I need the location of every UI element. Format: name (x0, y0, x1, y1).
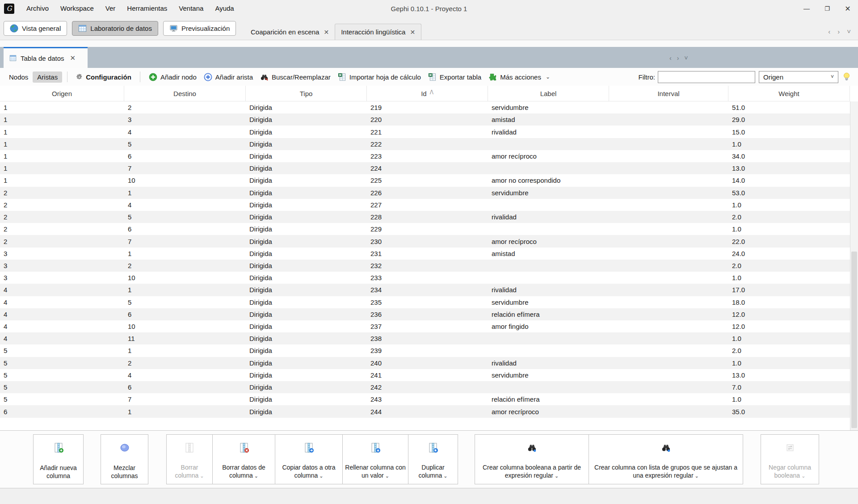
cell-destino[interactable]: 1 (124, 248, 246, 260)
cell-label[interactable] (488, 381, 609, 393)
close-icon[interactable]: ✕ (837, 0, 858, 17)
close-icon[interactable]: ✕ (70, 54, 76, 62)
cell-origen[interactable]: 4 (0, 308, 124, 320)
cell-tipo[interactable]: Dirigida (246, 369, 367, 381)
cell-id[interactable]: 224 (367, 162, 488, 174)
cell-interval[interactable] (609, 296, 728, 308)
chevron-left-icon[interactable]: ‹ (828, 28, 830, 35)
cell-label[interactable]: servidumbre (488, 187, 609, 199)
tab-aristas[interactable]: Aristas (33, 71, 62, 83)
column-header-tipo[interactable]: Tipo (246, 86, 367, 101)
cell-origen[interactable]: 1 (0, 126, 124, 138)
cell-destino[interactable]: 4 (124, 126, 246, 138)
cell-weight[interactable]: 2.0 (728, 260, 850, 272)
cell-destino[interactable]: 6 (124, 381, 246, 393)
chevron-down-icon[interactable]: ˅ (847, 28, 851, 35)
cell-label[interactable] (488, 272, 609, 284)
cell-id[interactable]: 233 (367, 272, 488, 284)
cell-origen[interactable]: 2 (0, 199, 124, 211)
cell-label[interactable]: servidumbre (488, 101, 609, 113)
cell-destino[interactable]: 10 (124, 174, 246, 186)
configuracion-button[interactable]: Configuración (76, 73, 131, 81)
crear-columna-booleana-a-partir-de-expresion-regular-button[interactable]: Crear columna booleana a partir de expre… (475, 434, 589, 484)
cell-interval[interactable] (609, 344, 728, 357)
lightbulb-icon[interactable] (842, 72, 851, 82)
table-row[interactable]: 26Dirigida2291.0 (0, 223, 850, 235)
column-header-label[interactable]: Label (488, 86, 609, 101)
cell-interval[interactable] (609, 187, 728, 199)
table-row[interactable]: 57Dirigida243relación efímera1.0 (0, 393, 850, 405)
cell-interval[interactable] (609, 223, 728, 235)
cell-destino[interactable]: 11 (124, 332, 246, 344)
cell-tipo[interactable]: Dirigida (246, 332, 367, 344)
cell-label[interactable] (488, 138, 609, 150)
cell-interval[interactable] (609, 308, 728, 320)
cell-destino[interactable]: 6 (124, 308, 246, 320)
menu-herramientas[interactable]: Herramientas (121, 0, 173, 17)
cell-interval[interactable] (609, 393, 728, 405)
cell-label[interactable]: amor recríproco (488, 405, 609, 417)
cell-label[interactable] (488, 332, 609, 344)
cell-weight[interactable]: 35.0 (728, 405, 850, 417)
cell-interval[interactable] (609, 284, 728, 296)
cell-interval[interactable] (609, 235, 728, 247)
cell-id[interactable]: 231 (367, 248, 488, 260)
vertical-scrollbar[interactable] (850, 101, 858, 430)
duplicar-columna-button[interactable]: Duplicar columna ⌄ (408, 434, 458, 484)
cell-interval[interactable] (609, 101, 728, 113)
table-row[interactable]: 27Dirigida230amor recíproco22.0 (0, 235, 850, 247)
cell-weight[interactable]: 1.0 (728, 332, 850, 344)
cell-weight[interactable]: 1.0 (728, 357, 850, 369)
add-edge-button[interactable]: Añadir arista (204, 73, 253, 81)
cell-weight[interactable]: 12.0 (728, 320, 850, 332)
cell-weight[interactable]: 1.0 (728, 138, 850, 150)
cell-interval[interactable] (609, 150, 728, 162)
cell-destino[interactable]: 5 (124, 296, 246, 308)
filter-input[interactable] (658, 71, 755, 83)
menu-archivo[interactable]: Archivo (21, 0, 55, 17)
table-row[interactable]: 61Dirigida244amor recríproco35.0 (0, 405, 850, 417)
view-button-vista-general[interactable]: Vista general (4, 21, 67, 36)
cell-label[interactable]: relación efímera (488, 393, 609, 405)
cell-label[interactable]: rivalidad (488, 284, 609, 296)
column-header-interval[interactable]: Interval (609, 86, 728, 101)
cell-interval[interactable] (609, 272, 728, 284)
chevron-down-icon[interactable]: ˅ (684, 55, 688, 62)
cell-origen[interactable]: 1 (0, 162, 124, 174)
cell-destino[interactable]: 1 (124, 284, 246, 296)
cell-weight[interactable]: 2.0 (728, 344, 850, 357)
cell-interval[interactable] (609, 260, 728, 272)
cell-tipo[interactable]: Dirigida (246, 187, 367, 199)
cell-tipo[interactable]: Dirigida (246, 211, 367, 223)
table-row[interactable]: 410Dirigida237amor fingido12.0 (0, 320, 850, 332)
cell-tipo[interactable]: Dirigida (246, 284, 367, 296)
cell-destino[interactable]: 2 (124, 101, 246, 113)
cell-label[interactable]: servidumbre (488, 369, 609, 381)
cell-origen[interactable]: 6 (0, 405, 124, 417)
cell-weight[interactable]: 1.0 (728, 393, 850, 405)
cell-origen[interactable]: 5 (0, 344, 124, 357)
cell-id[interactable]: 244 (367, 405, 488, 417)
cell-origen[interactable]: 1 (0, 101, 124, 113)
cell-origen[interactable]: 3 (0, 260, 124, 272)
cell-weight[interactable]: 29.0 (728, 113, 850, 126)
import-spreadsheet-button[interactable]: Importar hoja de cálculo (338, 73, 421, 81)
cell-destino[interactable]: 7 (124, 162, 246, 174)
minimize-icon[interactable]: — (796, 0, 817, 17)
cell-destino[interactable]: 1 (124, 344, 246, 357)
cell-weight[interactable]: 12.0 (728, 308, 850, 320)
cell-id[interactable]: 235 (367, 296, 488, 308)
cell-interval[interactable] (609, 405, 728, 417)
cell-weight[interactable]: 18.0 (728, 296, 850, 308)
cell-weight[interactable]: 7.0 (728, 381, 850, 393)
cell-origen[interactable]: 3 (0, 248, 124, 260)
menu-workspace[interactable]: Workspace (55, 0, 100, 17)
export-table-button[interactable]: Exportar tabla (428, 73, 481, 81)
cell-id[interactable]: 223 (367, 150, 488, 162)
cell-destino[interactable]: 2 (124, 357, 246, 369)
cell-origen[interactable]: 2 (0, 187, 124, 199)
cell-label[interactable] (488, 199, 609, 211)
view-button-laboratorio-de-datos[interactable]: Laboratorio de datos (72, 21, 158, 36)
cell-weight[interactable]: 1.0 (728, 199, 850, 211)
cell-interval[interactable] (609, 332, 728, 344)
